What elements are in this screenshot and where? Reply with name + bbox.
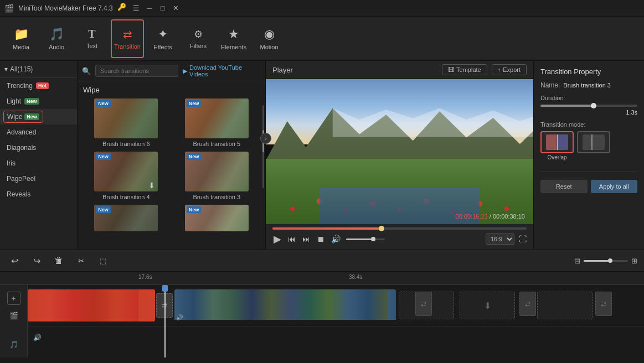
toolbar-item-audio[interactable]: 🎵 Audio <box>40 19 73 58</box>
overlap-mode-btn[interactable] <box>540 131 574 153</box>
zoom-slider[interactable] <box>584 260 628 262</box>
transition-name-value: Brush transition 3 <box>563 82 611 89</box>
fullscreen-button[interactable]: ⛶ <box>519 235 527 243</box>
zoom-dot[interactable] <box>608 258 612 263</box>
zoom-fill <box>584 260 610 262</box>
transition-empty-3[interactable] <box>537 292 593 319</box>
menu-button[interactable]: ☰ <box>131 3 142 14</box>
transition-brush4[interactable]: New ⬇ Brush transition 4 <box>83 152 169 200</box>
timeline-ruler: 17.6s 38.4s <box>0 272 644 285</box>
main-toolbar: 📁 Media 🎵 Audio T Text ⇄ Transition ✦ Ef… <box>0 17 644 61</box>
light-item[interactable]: Light New <box>0 94 77 109</box>
all-category[interactable]: ▾ All(115) <box>0 61 77 78</box>
transition-empty-2[interactable]: ⬇ <box>460 292 515 319</box>
new-badge: New <box>187 153 202 160</box>
undo-button[interactable]: ↩ <box>7 253 22 268</box>
toolbar-item-media[interactable]: 📁 Media <box>4 19 38 58</box>
settings-icon[interactable]: 🔑 <box>117 3 126 14</box>
toolbar-item-motion[interactable]: ◉ Motion <box>253 19 286 58</box>
player-title: Player <box>272 66 293 74</box>
transition-extra2[interactable]: New <box>174 205 260 231</box>
duration-label: Duration: <box>540 95 637 101</box>
transition-brush6[interactable]: New Brush transition 6 <box>83 98 169 147</box>
player-panel: Player 🎞 Template ↑ Export <box>266 61 533 250</box>
volume-slider[interactable] <box>346 238 385 240</box>
playhead[interactable] <box>164 285 166 357</box>
ruler-area: 17.6s 38.4s <box>28 272 644 284</box>
duration-slider[interactable] <box>540 105 637 107</box>
transition-extra1[interactable]: New <box>83 205 169 231</box>
transition-chip-2[interactable]: ⇄ <box>415 292 432 316</box>
search-icon: 🔍 <box>82 67 91 75</box>
apply-all-button[interactable]: Apply to all <box>591 180 638 193</box>
volume-button[interactable]: 🔊 <box>330 234 342 245</box>
mode-label: Transition mode: <box>540 121 637 128</box>
advanced-item[interactable]: Advanced <box>0 125 77 140</box>
reset-button[interactable]: Reset <box>540 180 588 193</box>
aspect-ratio-select[interactable]: 16:9 9:16 1:1 <box>486 234 514 245</box>
volume-icon: 🔊 <box>176 314 183 320</box>
property-name-row: Name: Brush transition 3 <box>540 81 637 89</box>
maximize-button[interactable]: □ <box>157 3 168 14</box>
transition-chip-4[interactable]: ⇄ <box>595 292 612 316</box>
redo-button[interactable]: ↪ <box>29 253 44 268</box>
search-bar: 🔍 ▶ Download YouTube Videos <box>78 61 265 81</box>
progress-bar[interactable] <box>272 227 527 230</box>
trending-item[interactable]: Trending Hot <box>0 78 77 94</box>
duration-dot[interactable] <box>591 103 596 108</box>
add-transition-icon-2: ⬇ <box>484 300 491 311</box>
new-badge3: New <box>187 206 202 213</box>
cut-mode-btn[interactable] <box>577 131 610 153</box>
search-input[interactable] <box>95 65 178 77</box>
volume-dot[interactable] <box>371 237 375 241</box>
minimize-button[interactable]: ─ <box>144 3 155 14</box>
toolbar-item-text[interactable]: T Text <box>75 19 109 58</box>
category-panel: ▾ All(115) Trending Hot Light New Wipe N… <box>0 61 78 250</box>
duration-section: Duration: 1.3s <box>540 95 637 116</box>
property-buttons: Reset Apply to all <box>540 180 637 193</box>
toolbar-item-transition[interactable]: ⇄ Transition <box>111 19 144 58</box>
delete-button[interactable]: 🗑 <box>51 253 66 268</box>
toolbar-item-effects[interactable]: ✦ Effects <box>146 19 179 58</box>
iris-item[interactable]: Iris <box>0 155 77 171</box>
pagepeel-item[interactable]: PagePeel <box>0 171 77 186</box>
wipe-item[interactable]: Wipe New <box>0 109 77 125</box>
video-clip-1[interactable] <box>28 289 155 321</box>
transition-chip-3[interactable]: ⇄ <box>519 292 536 316</box>
play-button[interactable]: ▶ <box>272 232 282 246</box>
close-button[interactable]: ✕ <box>171 3 182 14</box>
transition-brush3[interactable]: New Brush transition 3 <box>174 152 260 200</box>
effects-icon: ✦ <box>158 27 168 42</box>
progress-dot[interactable] <box>379 226 384 231</box>
toolbar-item-filters[interactable]: ⚙ Filters <box>182 19 215 58</box>
audio-mute-icon[interactable]: 🔊 <box>33 334 42 341</box>
transition-brush5[interactable]: New Brush transition 5 <box>174 98 260 147</box>
property-panel-title: Transition Property <box>540 68 637 76</box>
timeline-side-buttons: + 🎬 🎵 <box>0 285 28 357</box>
add-track-button[interactable]: + <box>7 292 20 305</box>
cut-button[interactable]: ✂ <box>73 253 89 268</box>
audio-track-icon[interactable]: 🎵 <box>7 338 20 351</box>
export-button[interactable]: ↑ Export <box>492 64 527 75</box>
ruler-mark-2: 38.4s <box>349 274 362 280</box>
video-clip-2[interactable]: 🎵 🔊 <box>174 289 396 321</box>
prev-button[interactable]: ⏮ <box>287 234 297 245</box>
collapse-panel-btn[interactable]: › <box>260 133 271 144</box>
stop-button[interactable]: ⏹ <box>316 234 326 245</box>
media-icon: 📁 <box>14 27 29 42</box>
crop-button[interactable]: ⬚ <box>95 253 111 268</box>
download-youtube-link[interactable]: ▶ Download YouTube Videos <box>183 64 261 77</box>
divider <box>540 172 637 172</box>
scrollbar-track[interactable] <box>262 105 264 188</box>
zoom-in-icon: ⊞ <box>631 257 637 265</box>
video-track: ⇄ 🎵 🔊 ⬇ ⇄ ⬇ ⇄ <box>28 285 644 326</box>
video-track-icon[interactable]: 🎬 <box>7 309 20 323</box>
toolbar-item-elements[interactable]: ★ Elements <box>217 19 250 58</box>
time-display: 00:00:16:23 / 00:00:38:10 <box>456 213 525 220</box>
template-button[interactable]: 🎞 Template <box>442 64 487 75</box>
next-button[interactable]: ⏭ <box>301 234 311 245</box>
video-area: 00:00:16:23 / 00:00:38:10 <box>266 79 533 224</box>
reveals-item[interactable]: Reveals <box>0 186 77 202</box>
progress-fill <box>272 227 382 230</box>
diagonals-item[interactable]: Diagonals <box>0 140 77 155</box>
